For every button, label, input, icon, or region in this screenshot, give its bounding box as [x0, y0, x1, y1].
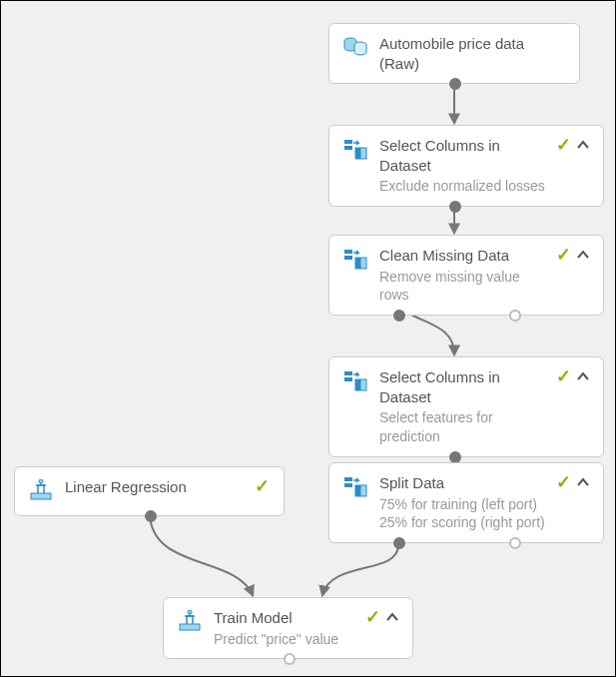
svg-rect-14 [31, 493, 51, 499]
svg-rect-2 [344, 140, 352, 144]
svg-rect-9 [355, 258, 361, 269]
check-icon: ✓ [556, 367, 571, 385]
clean-data-icon [343, 248, 367, 274]
node-split-data[interactable]: Split Data 75% for training (left port) … [328, 462, 604, 543]
node-subtitle: Predict "price" value [214, 630, 357, 649]
svg-rect-7 [344, 256, 352, 260]
output-port[interactable] [284, 653, 296, 665]
node-subtitle-line1: 75% for training (left port) [379, 495, 548, 514]
output-port[interactable] [449, 451, 461, 463]
node-title: Train Model [214, 608, 357, 628]
svg-point-15 [39, 479, 43, 483]
node-title: Select Columns in Dataset [379, 136, 548, 175]
node-subtitle-line2: 25% for scoring (right port) [379, 513, 548, 532]
caret-up-icon[interactable] [577, 371, 589, 381]
check-icon: ✓ [556, 136, 571, 154]
node-title: Clean Missing Data [379, 246, 548, 266]
output-port[interactable] [449, 78, 461, 90]
node-train-model[interactable]: Train Model Predict "price" value ✓ [163, 597, 413, 659]
caret-up-icon[interactable] [577, 140, 589, 150]
node-title: Split Data [379, 473, 548, 493]
node-title: Select Columns in Dataset [379, 367, 548, 406]
train-model-icon [178, 610, 202, 636]
caret-up-icon[interactable] [386, 612, 398, 622]
node-subtitle: Select features for prediction [379, 408, 548, 446]
split-data-icon [343, 475, 367, 501]
node-clean-missing-data[interactable]: Clean Missing Data Remove missing value … [328, 235, 604, 316]
select-columns-icon [343, 138, 367, 164]
svg-rect-20 [180, 624, 200, 630]
output-port-2[interactable] [509, 310, 521, 322]
select-columns-icon [343, 369, 367, 395]
output-port-1[interactable] [393, 537, 405, 549]
output-port-1[interactable] [393, 310, 405, 322]
node-subtitle: Remove missing value rows [379, 268, 548, 306]
svg-rect-10 [344, 371, 352, 375]
caret-up-icon[interactable] [577, 477, 589, 487]
svg-rect-13 [355, 379, 361, 390]
svg-rect-19 [355, 485, 361, 496]
connectors-layer [1, 1, 616, 677]
node-select-columns-1[interactable]: Select Columns in Dataset Exclude normal… [328, 125, 604, 207]
check-icon: ✓ [556, 473, 571, 491]
output-port[interactable] [145, 510, 157, 522]
dataset-icon [343, 36, 367, 62]
output-port-2[interactable] [509, 537, 521, 549]
node-title: Automobile price data (Raw) [379, 34, 565, 73]
output-port[interactable] [449, 201, 461, 213]
svg-rect-6 [344, 250, 352, 254]
node-automobile-price-data[interactable]: Automobile price data (Raw) [328, 23, 580, 84]
node-linear-regression[interactable]: Linear Regression ✓ [14, 466, 285, 516]
node-title: Linear Regression [65, 477, 247, 497]
svg-rect-17 [344, 483, 352, 487]
node-select-columns-2[interactable]: Select Columns in Dataset Select feature… [328, 356, 604, 457]
svg-rect-16 [344, 477, 352, 481]
svg-point-21 [188, 610, 192, 614]
check-icon: ✓ [556, 246, 571, 264]
check-icon: ✓ [365, 608, 380, 626]
svg-rect-5 [355, 148, 361, 159]
svg-rect-11 [344, 377, 352, 381]
check-icon: ✓ [255, 477, 270, 495]
svg-rect-3 [344, 146, 352, 150]
caret-up-icon[interactable] [577, 250, 589, 260]
node-subtitle: Exclude normalized losses [379, 177, 548, 196]
model-icon [29, 479, 53, 505]
